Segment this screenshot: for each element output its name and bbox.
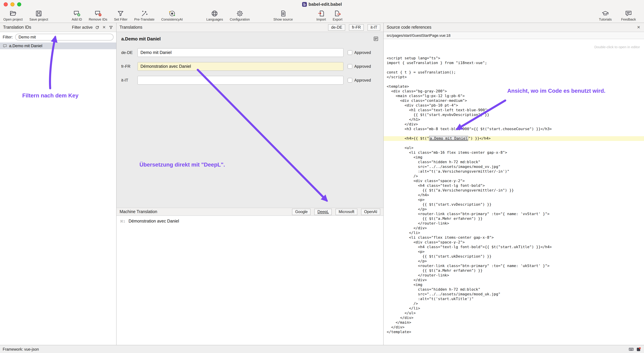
approved-checkbox-fr-FR[interactable]: [348, 64, 352, 69]
translation-ids-title: Translation IDs: [3, 25, 31, 30]
export-icon: [334, 10, 341, 17]
code-line: </h4>: [384, 193, 644, 198]
source-code-view[interactable]: Double-click to open in editor <script s…: [384, 39, 644, 345]
toolbar-button-label: Add ID: [72, 17, 82, 21]
toolbar-button-open-project[interactable]: Open project: [1, 9, 25, 23]
window-title: b babel-edit.babel: [302, 2, 342, 7]
traffic-lights: [4, 0, 21, 9]
code-line: <p>: [384, 198, 644, 202]
code-line: <div class="pb-10 pt-4">: [384, 103, 644, 108]
language-tab-de-DE[interactable]: de-DE: [328, 24, 345, 31]
code-line: />: [384, 301, 644, 306]
close-window-button[interactable]: [4, 2, 8, 6]
filter-input[interactable]: [15, 34, 114, 41]
translation-ids-header: Translation IDs Filter active ✕: [0, 23, 116, 32]
source-file-reference[interactable]: src/pages/start/GuestStartPage.vue:18: [384, 32, 644, 39]
toolbar-button-label: Show source: [273, 17, 293, 21]
translation-input-fr-FR[interactable]: [138, 62, 344, 71]
translation-input-it-IT[interactable]: [138, 76, 344, 85]
translation-key-reference[interactable]: a.Demo mit Daniel: [429, 136, 468, 141]
minimize-window-button[interactable]: [10, 2, 14, 6]
toolbar-button-add-id[interactable]: Add ID: [70, 9, 84, 23]
toolbar-button-configuration[interactable]: Configuration: [228, 9, 252, 23]
toolbar-button-save-project[interactable]: Save project: [28, 9, 50, 23]
toolbar-button-label: Save project: [30, 17, 48, 21]
toolbar-button-consistencyai[interactable]: ConsistencyAI: [159, 9, 185, 23]
language-tab-it-IT[interactable]: it-IT: [368, 24, 380, 31]
code-line: src="../../assets/images/mood_vv.jpg": [384, 165, 644, 169]
language-tab-fr-FR[interactable]: fr-FR: [349, 24, 364, 31]
toolbar-button-languages[interactable]: Languages: [204, 9, 225, 23]
configuration-icon: [236, 10, 244, 17]
machine-translation-results: ⌘1 Démonstration avec Daniel: [116, 216, 383, 345]
code-line: <div class="bg-gray-200">: [384, 89, 644, 94]
code-line: class="hidden h-72 md:block": [384, 287, 644, 292]
code-line: [384, 132, 644, 136]
toolbar: Open projectSave projectAdd IDRemove IDs…: [0, 9, 644, 23]
approved-label: Approved: [354, 51, 371, 55]
code-line: />: [384, 174, 644, 179]
code-line: <main class="lg:px-12 lg:pb-6">: [384, 94, 644, 99]
translation-row-fr-FR: fr-FRApproved: [121, 62, 378, 71]
main-area: Translation IDs Filter active ✕ Filter: …: [0, 23, 644, 345]
code-line: </main>: [384, 320, 644, 325]
toolbar-button-feedback[interactable]: Feedback: [619, 9, 638, 23]
toolbar-button-label: Feedback: [621, 17, 636, 21]
toolbar-button-import[interactable]: Import: [314, 9, 328, 23]
zoom-window-button[interactable]: [17, 2, 21, 6]
translation-ids-panel: Translation IDs Filter active ✕ Filter: …: [0, 23, 116, 345]
mt-shortcut: ⌘1: [120, 219, 125, 223]
approved-label: Approved: [354, 64, 371, 69]
code-line: </div>: [384, 325, 644, 330]
code-line: <ul>: [384, 146, 644, 150]
code-line: {{ $t("start.vvDescription") }}: [384, 202, 644, 207]
toolbar-button-remove-ids[interactable]: Remove IDs: [87, 9, 109, 23]
comment-icon[interactable]: [373, 36, 378, 42]
language-label: fr-FR: [121, 64, 138, 69]
mt-provider-microsoft[interactable]: Microsoft: [336, 209, 357, 215]
show-source-icon: [280, 10, 287, 17]
titlebar: b babel-edit.babel: [0, 0, 644, 9]
mt-result-row[interactable]: ⌘1 Démonstration avec Daniel: [116, 216, 383, 227]
code-line: <li class="mb-16 flex items-center gap-x…: [384, 150, 644, 155]
code-line: {{ $t("a.Mehr erfahren") }}: [384, 268, 644, 273]
close-panel-icon[interactable]: ✕: [636, 25, 641, 30]
toolbar-button-set-filter[interactable]: Set Filter: [112, 9, 130, 23]
toolbar-button-export[interactable]: Export: [331, 9, 344, 23]
pre-translate-icon: [140, 10, 148, 17]
toolbar-button-label: Tutorials: [599, 17, 612, 21]
mt-provider-deepl[interactable]: DeepL: [314, 209, 332, 215]
code-line: <h1 class="text-left text-blue-900">: [384, 108, 644, 113]
code-line: </h1>: [384, 117, 644, 122]
mt-provider-google[interactable]: Google: [292, 209, 311, 215]
code-line: const { t } = useTranslation();: [384, 70, 644, 75]
translation-input-de-DE[interactable]: [138, 48, 344, 57]
code-line: src="../../assets/images/mood_uk.jpg": [384, 292, 644, 297]
translations-panel: Translations de-DEfr-FRit-IT a.Demo mit …: [116, 23, 384, 345]
source-code-title: Source code references: [387, 25, 431, 30]
translation-id-item[interactable]: a.Demo mit Daniel: [0, 43, 116, 49]
filter-label: Filter:: [3, 35, 13, 40]
approved-checkbox-de-DE[interactable]: [348, 50, 352, 55]
approved-control-it-IT: Approved: [344, 78, 378, 83]
clear-filter-icon[interactable]: ✕: [102, 25, 106, 30]
update-icon[interactable]: [636, 346, 641, 352]
toolbar-button-tutorials[interactable]: Tutorials: [597, 9, 614, 23]
approved-checkbox-it-IT[interactable]: [348, 78, 352, 83]
code-line: <p>: [384, 249, 644, 254]
code-line: </router-link>: [384, 221, 644, 226]
statusbar: Framework: vue-json: [0, 345, 644, 353]
refresh-icon[interactable]: [95, 25, 99, 30]
window-title-text: babel-edit.babel: [308, 2, 342, 7]
toolbar-button-show-source[interactable]: Show source: [271, 9, 295, 23]
code-line: [384, 141, 644, 146]
code-line: </div>: [384, 315, 644, 320]
toolbar-button-pre-translate[interactable]: Pre-Translate: [132, 9, 156, 23]
translations-header: Translations de-DEfr-FRit-IT: [116, 23, 383, 32]
code-line: <script setup lang="ts">: [384, 56, 644, 61]
mt-provider-openai[interactable]: OpenAI: [361, 209, 380, 215]
keyboard-icon[interactable]: [628, 346, 634, 352]
code-line: <h3 class="mb-8 text-blue-900">{{ $t("st…: [384, 127, 644, 132]
filter-icon[interactable]: [109, 25, 113, 30]
approved-label: Approved: [354, 78, 371, 82]
